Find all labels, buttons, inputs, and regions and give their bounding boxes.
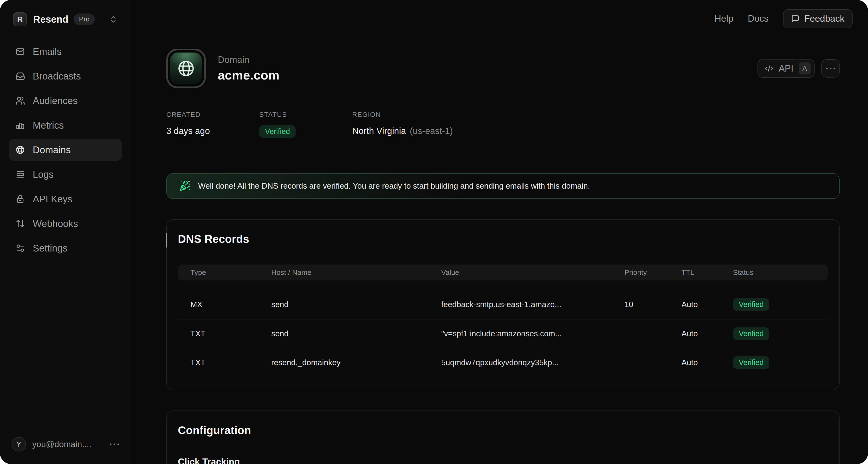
arrows-up-down-icon xyxy=(16,219,25,228)
status-badge: Verified xyxy=(259,125,296,138)
sidebar-item-settings[interactable]: Settings xyxy=(9,237,122,259)
user-menu[interactable]: Y you@domain.... xyxy=(9,437,122,452)
party-popper-icon xyxy=(179,180,190,192)
region-label: REGION xyxy=(352,111,453,119)
dns-records-title: DNS Records xyxy=(178,232,828,246)
click-tracking-label: Click Tracking xyxy=(178,457,828,464)
section-marker xyxy=(166,233,167,248)
dns-row[interactable]: TXT send "v=spf1 include:amazonses.com..… xyxy=(178,319,828,348)
cell-priority: 10 xyxy=(624,300,681,309)
cell-value: "v=spf1 include:amazonses.com... xyxy=(441,329,624,338)
sidebar-item-domains[interactable]: Domains xyxy=(9,139,122,161)
domain-tile xyxy=(166,49,206,88)
col-host-name: Host / Name xyxy=(271,268,441,277)
sliders-icon xyxy=(16,243,25,253)
resend-logo-letter: R xyxy=(17,15,23,24)
inbox-icon xyxy=(16,71,25,81)
sidebar-item-label: Metrics xyxy=(33,120,64,131)
sidebar-item-audiences[interactable]: Audiences xyxy=(9,90,122,112)
sidebar-item-emails[interactable]: Emails xyxy=(9,40,122,63)
sidebar-item-metrics[interactable]: Metrics xyxy=(9,114,122,136)
dns-records-card: DNS Records Type Host / Name Value Prior… xyxy=(166,219,840,390)
cell-ttl: Auto xyxy=(681,358,733,367)
entity-label: Domain xyxy=(218,55,279,65)
sidebar-item-label: Webhooks xyxy=(33,218,78,229)
cell-ttl: Auto xyxy=(681,300,733,309)
sidebar-item-broadcasts[interactable]: Broadcasts xyxy=(9,65,122,87)
configuration-title: Configuration xyxy=(178,424,828,437)
workspace-switcher[interactable]: R Resend Pro xyxy=(9,9,122,29)
meta-region: REGION North Virginia (us-east-1) xyxy=(352,111,453,138)
avatar: Y xyxy=(11,437,26,452)
cell-value: 5uqmdw7qpxudkyvdonqzy35kp... xyxy=(441,358,624,367)
code-icon xyxy=(765,64,773,73)
keyboard-shortcut-badge: A xyxy=(799,62,811,75)
sidebar-item-label: Audiences xyxy=(33,95,78,106)
cell-ttl: Auto xyxy=(681,329,733,338)
cell-type: TXT xyxy=(190,358,271,367)
page-header: Domain acme.com API A xyxy=(166,49,840,88)
docs-link[interactable]: Docs xyxy=(748,13,769,24)
meta-created: CREATED 3 days ago xyxy=(166,111,259,138)
sidebar-item-label: Settings xyxy=(33,243,68,254)
more-button[interactable] xyxy=(821,59,840,78)
configuration-card: Configuration Click Tracking xyxy=(166,410,840,464)
col-priority: Priority xyxy=(624,268,681,277)
col-ttl: TTL xyxy=(681,268,733,277)
created-label: CREATED xyxy=(166,111,259,119)
domain-page: Domain acme.com API A CREATE xyxy=(166,0,840,464)
banner-text: Well done! All the DNS records are verif… xyxy=(198,181,590,191)
chevrons-up-down-icon[interactable] xyxy=(109,15,118,24)
section-marker xyxy=(166,424,167,439)
sidebar-item-label: Emails xyxy=(33,46,62,57)
main-area: Help Docs Feedback Domain a xyxy=(131,0,868,464)
meta-status: STATUS Verified xyxy=(259,111,352,138)
users-icon xyxy=(16,96,25,106)
ellipsis-icon[interactable] xyxy=(110,443,119,445)
cell-host: resend._domainkey xyxy=(271,358,441,367)
region-code: (us-east-1) xyxy=(410,126,453,136)
app-window: R Resend Pro Emails Broadcasts Audiences xyxy=(0,0,868,464)
sidebar-item-webhooks[interactable]: Webhooks xyxy=(9,212,122,235)
api-button[interactable]: API A xyxy=(757,59,814,78)
resend-logo: R xyxy=(13,12,27,26)
dns-row[interactable]: TXT resend._domainkey 5uqmdw7qpxudkyvdon… xyxy=(178,348,828,377)
globe-icon xyxy=(16,145,25,155)
meta-row: CREATED 3 days ago STATUS Verified REGIO… xyxy=(166,111,840,138)
status-label: STATUS xyxy=(259,111,352,119)
status-badge: Verified xyxy=(733,298,769,311)
plan-badge: Pro xyxy=(74,13,95,25)
cell-type: MX xyxy=(190,300,271,309)
col-type: Type xyxy=(190,268,271,277)
sidebar: R Resend Pro Emails Broadcasts Audiences xyxy=(0,0,131,464)
help-link[interactable]: Help xyxy=(714,13,733,24)
user-email: you@domain.... xyxy=(32,439,91,449)
feedback-button[interactable]: Feedback xyxy=(783,9,852,28)
cell-host: send xyxy=(271,329,441,338)
created-value: 3 days ago xyxy=(166,125,259,137)
globe-icon xyxy=(177,59,195,78)
region-value: North Virginia xyxy=(352,126,406,136)
topbar: Help Docs Feedback xyxy=(714,9,852,28)
bar-chart-icon xyxy=(16,120,25,130)
sidebar-item-label: API Keys xyxy=(33,194,72,205)
page-title: acme.com xyxy=(218,68,279,82)
sidebar-item-label: Domains xyxy=(33,145,71,155)
ellipsis-icon xyxy=(826,68,835,69)
dns-row[interactable]: MX send feedback-smtp.us-east-1.amazo...… xyxy=(178,290,828,319)
workspace-name: Resend xyxy=(33,14,68,25)
status-badge: Verified xyxy=(733,327,769,340)
sidebar-item-logs[interactable]: Logs xyxy=(9,163,122,185)
status-badge: Verified xyxy=(733,356,769,369)
sidebar-item-api-keys[interactable]: API Keys xyxy=(9,188,122,210)
success-banner: Well done! All the DNS records are verif… xyxy=(166,173,840,199)
dns-table-body: MX send feedback-smtp.us-east-1.amazo...… xyxy=(178,290,828,377)
mail-icon xyxy=(16,47,25,56)
cell-host: send xyxy=(271,300,441,309)
col-status: Status xyxy=(733,268,815,277)
dns-table-header: Type Host / Name Value Priority TTL Stat… xyxy=(178,264,828,281)
feedback-label: Feedback xyxy=(804,13,844,24)
cell-value: feedback-smtp.us-east-1.amazo... xyxy=(441,300,624,309)
cell-type: TXT xyxy=(190,329,271,338)
message-square-icon xyxy=(791,15,799,23)
